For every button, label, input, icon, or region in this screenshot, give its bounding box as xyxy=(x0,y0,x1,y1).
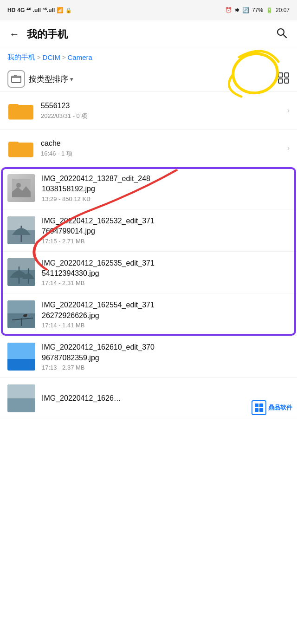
breadcrumb-phone[interactable]: 我的手机 xyxy=(7,53,35,62)
time: 20:07 xyxy=(276,7,290,13)
folder-meta: 2022/03/31 - 0 项 xyxy=(41,112,284,120)
file-thumbnail xyxy=(7,216,35,244)
status-left: HD 4G ⁴⁶ .ull ³⁶.ull 📶 🔒 xyxy=(7,7,72,13)
file-item-last[interactable]: IMG_20220412_1626… 鼎品软件 xyxy=(0,378,297,419)
file-meta: 13:29 - 850.12 KB xyxy=(42,195,290,202)
folder-icon-cache xyxy=(8,137,33,159)
breadcrumb-sep2: > xyxy=(62,54,66,61)
alarm-icon: ⏰ xyxy=(225,7,232,13)
breadcrumb-sep1: > xyxy=(37,54,41,61)
page-title: 我的手机 xyxy=(27,27,274,41)
search-button[interactable] xyxy=(274,25,290,44)
file-item[interactable]: IMG_20220412_162535_edit_37154112394330.… xyxy=(0,252,297,294)
sort-label: 按类型排序 xyxy=(29,74,68,85)
svg-point-26 xyxy=(26,314,27,316)
back-button[interactable]: ← xyxy=(7,26,21,42)
file-meta: 17:14 - 1.41 MB xyxy=(42,322,290,329)
cache-folder-name: cache xyxy=(41,138,284,149)
sort-button[interactable]: 按类型排序 ▾ xyxy=(29,74,73,85)
svg-point-13 xyxy=(16,183,21,188)
file-thumbnail xyxy=(7,300,35,328)
file-name: IMG_20220412_162535_edit_37154112394330.… xyxy=(42,258,290,279)
breadcrumb: 我的手机 > DCIM > Camera xyxy=(0,48,297,66)
file-info: IMG_20220412_162610_edit_37096787082359.… xyxy=(42,342,290,371)
file-item[interactable]: IMG_20220412_162610_edit_37096787082359.… xyxy=(0,336,297,378)
file-thumbnail xyxy=(7,258,35,286)
file-item[interactable]: IMG_20220412_162532_edit_3717694799014.j… xyxy=(0,209,297,252)
svg-rect-31 xyxy=(255,403,258,407)
svg-rect-5 xyxy=(278,79,283,83)
file-name: IMG_20220412_162532_edit_3717694799014.j… xyxy=(42,216,290,237)
selected-files-region: IMG_20220412_13287_edit_2481038158192.jp… xyxy=(0,167,297,336)
folder-icon xyxy=(8,100,33,121)
folder-name: 5556123 xyxy=(41,101,284,111)
status-right: ⏰ ✱ 🔄 77% 🔋 20:07 xyxy=(225,7,290,13)
bluetooth-icon: ✱ xyxy=(235,7,239,13)
signal-bars2: ³⁶.ull xyxy=(43,7,55,13)
file-name: IMG_20220412_13287_edit_2481038158192.jp… xyxy=(42,174,290,195)
file-name: IMG_20220412_162554_edit_37126272926626.… xyxy=(42,300,290,321)
watermark-text: 鼎品软件 xyxy=(268,403,292,412)
signal-4g: 4G xyxy=(17,7,25,13)
svg-rect-28 xyxy=(7,343,35,359)
svg-rect-11 xyxy=(8,142,19,147)
breadcrumb-camera[interactable]: Camera xyxy=(68,53,92,61)
cache-folder-meta: 16:46 - 1 项 xyxy=(41,150,284,158)
breadcrumb-dcim[interactable]: DCIM xyxy=(43,53,60,61)
folder-arrow: › xyxy=(287,106,290,115)
folder-info: 5556123 2022/03/31 - 0 项 xyxy=(41,101,284,120)
nfc-icon: 🔄 xyxy=(242,7,249,13)
file-meta: 17:13 - 2.37 MB xyxy=(42,364,290,371)
svg-rect-2 xyxy=(12,76,21,83)
wifi-icon: 📶 xyxy=(57,7,64,13)
svg-rect-3 xyxy=(278,73,283,77)
header: ← 我的手机 xyxy=(0,20,297,48)
battery-percent: 77% xyxy=(252,7,263,13)
svg-rect-32 xyxy=(259,403,263,407)
add-folder-button[interactable] xyxy=(7,70,25,88)
cache-folder-info: cache 16:46 - 1 项 xyxy=(41,138,284,158)
file-info: IMG_20220412_162535_edit_37154112394330.… xyxy=(42,258,290,287)
file-info: IMG_20220412_13287_edit_2481038158192.jp… xyxy=(42,174,290,202)
status-bar: HD 4G ⁴⁶ .ull ³⁶.ull 📶 🔒 ⏰ ✱ 🔄 77% 🔋 20:… xyxy=(0,0,297,20)
file-meta: 17:15 - 2.71 MB xyxy=(42,238,290,245)
sort-arrow: ▾ xyxy=(70,76,73,83)
signal-bars: ⁴⁶ .ull xyxy=(26,7,41,13)
folder-icon-wrap xyxy=(7,98,34,123)
file-thumbnail xyxy=(7,174,35,202)
cache-folder-arrow: › xyxy=(287,144,290,152)
svg-rect-18 xyxy=(7,258,35,270)
file-name: IMG_20220412_162610_edit_37096787082359.… xyxy=(42,342,290,363)
svg-rect-33 xyxy=(255,408,258,412)
battery-icon: 🔋 xyxy=(266,7,273,13)
folder-item-cache[interactable]: cache 16:46 - 1 项 › xyxy=(0,130,297,167)
view-toggle-button[interactable] xyxy=(278,72,290,86)
file-thumbnail xyxy=(7,343,35,371)
toolbar-left: 按类型排序 ▾ xyxy=(7,70,73,88)
logo-icon xyxy=(252,400,266,415)
file-info: IMG_20220412_162554_edit_37126272926626.… xyxy=(42,300,290,329)
svg-rect-30 xyxy=(7,384,35,398)
file-thumbnail xyxy=(7,384,35,412)
svg-rect-4 xyxy=(284,73,289,77)
svg-rect-6 xyxy=(284,79,289,83)
watermark: 鼎品软件 xyxy=(252,400,292,415)
folder-item[interactable]: 5556123 2022/03/31 - 0 项 › xyxy=(0,92,297,130)
file-item[interactable]: IMG_20220412_13287_edit_2481038158192.jp… xyxy=(0,167,297,209)
toolbar: 按类型排序 ▾ xyxy=(0,66,297,92)
vpn-icon: 🔒 xyxy=(65,7,72,13)
file-item[interactable]: IMG_20220412_162554_edit_37126272926626.… xyxy=(0,293,297,336)
file-meta: 17:14 - 2.31 MB xyxy=(42,280,290,286)
svg-rect-22 xyxy=(7,300,35,313)
svg-rect-34 xyxy=(259,408,263,412)
hd-indicator: HD xyxy=(7,7,15,13)
svg-rect-9 xyxy=(8,104,19,109)
svg-line-1 xyxy=(284,34,287,38)
file-info: IMG_20220412_162532_edit_3717694799014.j… xyxy=(42,216,290,245)
folder-icon-wrap-cache xyxy=(7,136,34,160)
